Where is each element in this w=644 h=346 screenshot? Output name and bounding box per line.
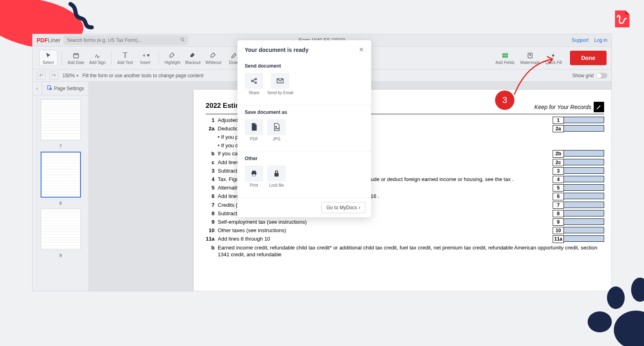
- page-settings-button[interactable]: Page Settings: [42, 85, 89, 92]
- quick-fill-tool[interactable]: Quick Fill: [544, 51, 564, 66]
- zoom-control[interactable]: 150% ▾: [62, 73, 78, 78]
- cursor-icon: [45, 51, 52, 60]
- form-field[interactable]: [564, 159, 604, 165]
- brush-icon: [231, 51, 237, 60]
- sidebar-back[interactable]: ‹: [33, 82, 42, 95]
- chevron-right-icon: ›: [359, 205, 360, 210]
- document-ready-modal: Your document is ready ✕ Send document S…: [237, 40, 371, 217]
- form-line: 11aAdd lines 8 through 1011a: [206, 235, 604, 243]
- blackout-tool[interactable]: Blackout: [184, 50, 202, 66]
- login-link[interactable]: Log in: [594, 37, 607, 43]
- show-grid-toggle[interactable]: [596, 73, 607, 78]
- search-icon: [180, 37, 185, 43]
- svg-rect-6: [503, 53, 508, 54]
- plus-icon: ＋▾: [141, 51, 150, 60]
- chevron-down-icon: ▾: [76, 74, 78, 78]
- form-field[interactable]: [564, 176, 604, 182]
- svg-line-17: [253, 79, 255, 80]
- redo-button[interactable]: ↷: [50, 72, 58, 80]
- share-icon: [245, 73, 263, 89]
- done-button[interactable]: Done: [570, 51, 607, 65]
- thumbnail-list: 7 8 9: [33, 95, 89, 291]
- svg-rect-20: [253, 174, 255, 176]
- whiteout-tool[interactable]: Whiteout: [204, 50, 223, 66]
- blackout-icon: [190, 51, 196, 60]
- pdf-file-icon: [245, 119, 263, 135]
- thumbnail-7[interactable]: [41, 99, 81, 140]
- email-icon: [271, 73, 289, 89]
- calendar-icon: [73, 51, 79, 60]
- form-line: 9Self-employment tax (see instructions)9: [206, 218, 604, 226]
- thumbnail-8[interactable]: [41, 152, 81, 198]
- page-settings-icon: [47, 85, 52, 92]
- form-field[interactable]: [564, 193, 604, 199]
- thumbnail-9[interactable]: [41, 209, 81, 250]
- other-section-label: Other: [245, 156, 364, 161]
- svg-point-19: [275, 126, 277, 128]
- search-input-wrap[interactable]: [64, 35, 188, 45]
- top-links: Support Log in: [572, 37, 607, 43]
- add-fields-tool[interactable]: Add Fields: [494, 51, 516, 66]
- form-field[interactable]: [564, 167, 604, 174]
- highlight-icon: [169, 51, 175, 60]
- form-field[interactable]: [564, 117, 604, 123]
- save-section-label: Save document as: [245, 109, 364, 115]
- lock-button[interactable]: Lock file: [267, 165, 286, 191]
- keep-records: Keep for Your Records: [535, 102, 604, 112]
- form-field[interactable]: [564, 210, 604, 216]
- share-button[interactable]: Share: [245, 73, 263, 99]
- modal-close[interactable]: ✕: [359, 46, 364, 54]
- form-field[interactable]: [564, 227, 604, 233]
- watermark-icon: [527, 51, 533, 60]
- jpg-file-icon: [267, 119, 286, 135]
- form-field[interactable]: [564, 218, 604, 225]
- add-date-tool[interactable]: Add Date: [66, 50, 86, 66]
- svg-rect-8: [503, 56, 508, 58]
- add-sign-tool[interactable]: Add Sign: [88, 50, 107, 66]
- undo-button[interactable]: ↶: [37, 72, 45, 80]
- svg-line-1: [184, 40, 185, 41]
- svg-point-25: [631, 278, 644, 302]
- insert-tool[interactable]: ＋▾Insert: [136, 50, 155, 66]
- print-icon: [245, 165, 263, 181]
- fields-icon: [502, 51, 508, 60]
- svg-rect-2: [74, 54, 78, 58]
- step-badge: 3: [495, 91, 514, 110]
- support-link[interactable]: Support: [572, 37, 588, 43]
- form-field[interactable]: [564, 184, 604, 191]
- svg-point-23: [588, 311, 612, 332]
- text-icon: T: [123, 51, 127, 60]
- svg-point-13: [50, 88, 52, 90]
- search-input[interactable]: [67, 37, 180, 43]
- send-section-label: Send document: [245, 63, 364, 69]
- send-email-button[interactable]: Send by Email: [267, 73, 293, 99]
- hint-text: Fill the form or use another tools to ch…: [83, 73, 204, 78]
- svg-rect-7: [503, 55, 508, 56]
- form-line: 10Other taxes (see instructions)10: [206, 227, 604, 234]
- show-grid-label: Show grid: [572, 73, 594, 78]
- svg-point-22: [614, 311, 644, 346]
- save-jpg-button[interactable]: JPG: [267, 119, 286, 145]
- whiteout-icon: [210, 51, 217, 60]
- form-field[interactable]: [564, 235, 604, 242]
- print-button[interactable]: Print: [245, 165, 263, 191]
- save-pdf-button[interactable]: PDF: [245, 119, 263, 145]
- signature-icon: [94, 51, 101, 60]
- highlight-tool[interactable]: Highlight: [163, 50, 182, 66]
- form-field[interactable]: [564, 150, 604, 157]
- add-text-tool[interactable]: TAdd Text: [116, 50, 134, 66]
- sidebar: ‹ Page Settings 7 8 9: [33, 82, 89, 291]
- form-line: bEarned income credit, refundable child …: [206, 244, 604, 258]
- form-field[interactable]: [564, 202, 604, 208]
- svg-rect-21: [275, 173, 279, 177]
- pencil-icon: [594, 102, 604, 112]
- app-logo: PDFLiner: [37, 37, 60, 43]
- pdf-corner-logo: [613, 10, 631, 28]
- modal-title: Your document is ready: [245, 47, 308, 53]
- select-tool[interactable]: Select: [39, 50, 58, 66]
- svg-point-0: [181, 38, 184, 41]
- svg-line-18: [253, 81, 255, 82]
- go-mydocs-button[interactable]: Go to MyDocs›: [321, 202, 365, 213]
- watermark-tool[interactable]: Watermark: [518, 51, 541, 66]
- form-field[interactable]: [564, 125, 604, 132]
